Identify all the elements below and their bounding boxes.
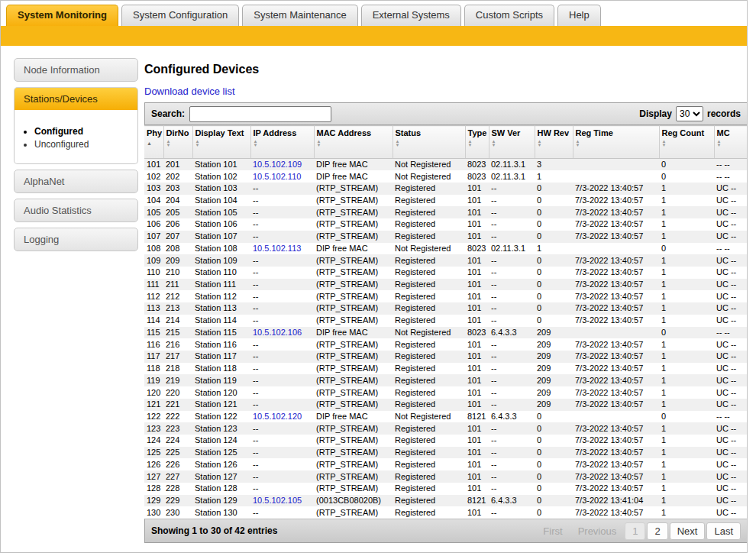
cell-ip: -- xyxy=(250,231,314,243)
page-button-2[interactable]: 2 xyxy=(647,522,667,540)
ip-address-link[interactable]: 10.5.102.120 xyxy=(253,412,302,421)
sidebar-item-stations-devices[interactable]: Stations/Devices xyxy=(14,87,138,110)
ip-address-link[interactable]: 10.5.102.106 xyxy=(253,328,302,337)
table-row: 118218Station 118--(RTP_STREAM)Registere… xyxy=(144,363,748,375)
column-label: Display Text xyxy=(195,128,244,137)
column-header-phy[interactable]: Phy▲ xyxy=(144,126,163,159)
sort-down-glyph: ▼ xyxy=(492,144,533,147)
main-content: Configured Devices Download device list … xyxy=(144,58,748,543)
sort-down-glyph: ▼ xyxy=(166,144,191,147)
cell-swver: -- xyxy=(489,206,535,218)
cell-dirno: 224 xyxy=(163,435,192,447)
cell-regtime: 7/3-2022 13:40:57 xyxy=(573,290,659,302)
cell-regcount: 1 xyxy=(659,279,714,291)
column-header-hwrev[interactable]: HW Rev▲▼ xyxy=(535,126,573,159)
table-row: 116216Station 116--(RTP_STREAM)Registere… xyxy=(144,338,748,351)
cell-status: Not Registered xyxy=(393,159,465,171)
ip-address-link[interactable]: 10.5.102.105 xyxy=(253,496,302,505)
cell-mac: (RTP_STREAM) xyxy=(314,279,393,291)
cell-dirno: 216 xyxy=(163,338,192,351)
cell-mc: -- -- xyxy=(714,170,748,183)
page-button-last[interactable]: Last xyxy=(706,522,741,540)
ip-address-link[interactable]: 10.5.102.113 xyxy=(253,244,301,253)
cell-swver: -- xyxy=(489,315,535,327)
column-header-status[interactable]: Status▲▼ xyxy=(393,126,465,159)
table-row: 120220Station 120--(RTP_STREAM)Registere… xyxy=(144,386,748,399)
ip-address-link[interactable]: 10.5.102.110 xyxy=(253,172,301,181)
cell-phy: 121 xyxy=(144,399,163,411)
table-row: 128228Station 128--(RTP_STREAM)Registere… xyxy=(144,483,748,495)
cell-regtime xyxy=(573,159,659,171)
column-header-text[interactable]: Display Text▲▼ xyxy=(192,126,250,159)
sidebar-item-logging[interactable]: Logging xyxy=(14,228,138,251)
column-header-mac[interactable]: MAC Address▲▼ xyxy=(314,126,393,159)
column-header-swver[interactable]: SW Ver▲▼ xyxy=(489,126,535,159)
cell-regcount: 1 xyxy=(659,290,714,302)
tab-system-monitoring[interactable]: System Monitoring xyxy=(6,5,118,26)
cell-hwrev: 0 xyxy=(535,183,573,195)
cell-ip: 10.5.102.113 xyxy=(250,243,314,255)
cell-mc: UC -- xyxy=(714,447,748,459)
search-input[interactable] xyxy=(189,106,331,122)
cell-dirno: 226 xyxy=(163,458,192,470)
cell-regtime: 7/3-2022 13:40:57 xyxy=(573,351,659,363)
cell-regtime: 7/3-2022 13:40:57 xyxy=(573,483,659,495)
table-row: 123223Station 123--(RTP_STREAM)Registere… xyxy=(144,422,748,435)
cell-text: Station 106 xyxy=(192,218,250,231)
sidebar-item-alphanet[interactable]: AlphaNet xyxy=(14,170,138,193)
column-header-ip[interactable]: IP Address▲▼ xyxy=(250,126,314,159)
pagination: FirstPrevious12NextLast xyxy=(536,522,741,540)
cell-mac: (RTP_STREAM) xyxy=(314,506,393,519)
column-label: Type xyxy=(468,128,487,137)
column-header-regcount[interactable]: Reg Count▲▼ xyxy=(659,126,714,159)
cell-status: Registered xyxy=(393,231,465,243)
cell-dirno: 220 xyxy=(163,386,192,399)
cell-swver: -- xyxy=(489,374,535,386)
cell-mc: UC -- xyxy=(714,470,748,483)
header-row: Phy▲DirNo▲▼Display Text▲▼IP Address▲▼MAC… xyxy=(144,126,748,159)
page-button-next[interactable]: Next xyxy=(670,522,706,540)
app-window: System MonitoringSystem ConfigurationSys… xyxy=(0,0,748,553)
tab-system-configuration[interactable]: System Configuration xyxy=(121,5,239,26)
sidebar-sub-item-configured[interactable]: Configured xyxy=(34,125,133,138)
table-toolbar: Search: Display 30 records xyxy=(144,102,748,125)
cell-phy: 102 xyxy=(144,170,163,183)
column-header-regtime[interactable]: Reg Time▲▼ xyxy=(573,126,659,159)
cell-regcount: 1 xyxy=(659,231,714,243)
cell-mc: UC -- xyxy=(714,422,748,435)
cell-text: Station 125 xyxy=(192,447,250,459)
cell-phy: 129 xyxy=(144,495,163,507)
top-tab-bar: System MonitoringSystem ConfigurationSys… xyxy=(1,1,747,26)
sidebar-item-node-information[interactable]: Node Information xyxy=(14,58,138,82)
cell-mc: UC -- xyxy=(714,458,748,470)
records-per-page-select[interactable]: 30 xyxy=(676,106,703,121)
cell-phy: 117 xyxy=(144,351,163,363)
sidebar-sub-item-unconfigured[interactable]: Unconfigured xyxy=(34,138,133,151)
tab-help[interactable]: Help xyxy=(557,5,601,26)
tab-system-maintenance[interactable]: System Maintenance xyxy=(242,5,357,26)
cell-text: Station 101 xyxy=(192,159,250,171)
cell-phy: 127 xyxy=(144,470,163,483)
cell-status: Registered xyxy=(393,399,465,411)
cell-hwrev: 0 xyxy=(535,302,573,315)
tab-custom-scripts[interactable]: Custom Scripts xyxy=(464,5,554,26)
column-header-mc[interactable]: MC▲▼ xyxy=(714,126,748,159)
ip-address-link[interactable]: 10.5.102.109 xyxy=(253,160,302,169)
column-header-type[interactable]: Type▲▼ xyxy=(465,126,489,159)
download-device-list-link[interactable]: Download device list xyxy=(144,86,235,97)
cell-dirno: 205 xyxy=(163,206,192,218)
table-row: 114214Station 114--(RTP_STREAM)Registere… xyxy=(144,315,748,327)
cell-type: 101 xyxy=(465,506,489,519)
cell-regcount: 1 xyxy=(659,422,714,435)
sidebar-item-audio-statistics[interactable]: Audio Statistics xyxy=(14,199,138,222)
column-label: HW Rev xyxy=(538,128,570,137)
column-header-dirno[interactable]: DirNo▲▼ xyxy=(163,126,192,159)
cell-ip: -- xyxy=(250,195,314,207)
cell-hwrev: 209 xyxy=(535,374,573,386)
tab-external-systems[interactable]: External Systems xyxy=(361,5,461,26)
cell-type: 101 xyxy=(465,447,489,459)
cell-regtime: 7/3-2022 13:40:57 xyxy=(573,386,659,399)
cell-dirno: 219 xyxy=(163,374,192,386)
column-label: IP Address xyxy=(254,128,297,137)
cell-regcount: 1 xyxy=(659,206,714,218)
